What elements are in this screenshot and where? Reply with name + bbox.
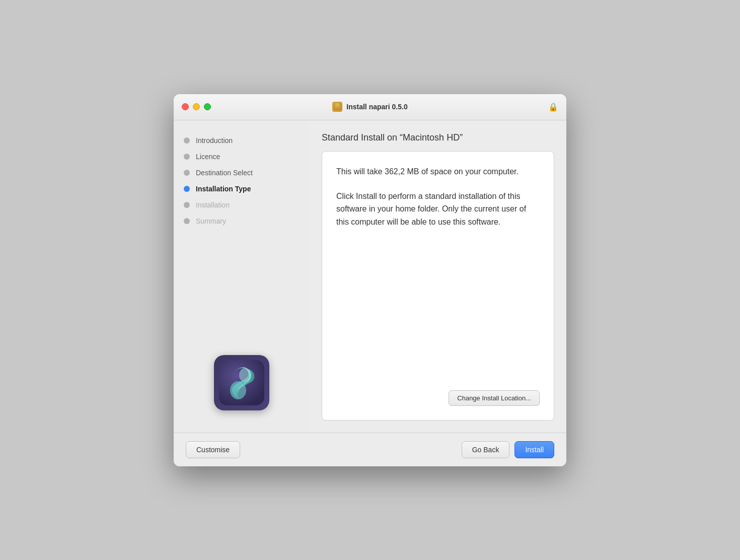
content-box: This will take 362,2 MB of space on your… [322, 151, 554, 421]
change-install-location-button[interactable]: Change Install Location... [449, 390, 540, 406]
nav-label-introduction: Introduction [196, 136, 233, 145]
svg-rect-2 [336, 103, 339, 106]
app-icon-small [332, 102, 342, 112]
install-size-text: This will take 362,2 MB of space on your… [336, 166, 540, 178]
sidebar-item-introduction[interactable]: Introduction [184, 136, 300, 145]
nav-dot-installation [184, 202, 190, 208]
sidebar-item-installation[interactable]: Installation [184, 201, 300, 209]
installer-window: Install napari 0.5.0 🔒 Introduction Lice… [174, 94, 566, 466]
window-title: Install napari 0.5.0 [332, 102, 407, 112]
nav-label-installation-type: Installation Type [196, 185, 251, 193]
go-back-button[interactable]: Go Back [462, 441, 510, 458]
nav-dot-destination-select [184, 170, 190, 176]
main-panel: Standard Install on “Macintosh HD” This … [310, 120, 566, 433]
nav-dot-licence [184, 154, 190, 160]
nav-items: Introduction Licence Destination Select … [184, 136, 300, 225]
nav-dot-summary [184, 218, 190, 224]
svg-point-4 [230, 381, 246, 399]
sidebar-item-installation-type[interactable]: Installation Type [184, 185, 300, 193]
nav-dot-installation-type [184, 186, 190, 192]
panel-title: Standard Install on “Macintosh HD” [322, 132, 554, 143]
minimize-button[interactable] [193, 103, 200, 110]
close-button[interactable] [182, 103, 189, 110]
content-area: Introduction Licence Destination Select … [174, 120, 566, 433]
window-controls [182, 103, 211, 110]
sidebar-item-summary[interactable]: Summary [184, 217, 300, 225]
lock-icon: 🔒 [548, 102, 558, 112]
right-buttons: Go Back Install [462, 441, 554, 458]
svg-point-5 [239, 368, 251, 382]
bottom-bar: Customise Go Back Install [174, 433, 566, 466]
install-button[interactable]: Install [514, 441, 554, 458]
fullscreen-button[interactable] [204, 103, 211, 110]
nav-label-summary: Summary [196, 217, 226, 225]
nav-label-licence: Licence [196, 153, 220, 161]
sidebar-item-destination-select[interactable]: Destination Select [184, 169, 300, 177]
nav-dot-introduction [184, 137, 190, 144]
nav-label-destination-select: Destination Select [196, 169, 253, 177]
nav-label-installation: Installation [196, 201, 230, 209]
app-icon [214, 355, 269, 410]
app-icon-container [184, 355, 300, 410]
titlebar: Install napari 0.5.0 🔒 [174, 94, 566, 120]
sidebar: Introduction Licence Destination Select … [174, 120, 310, 433]
customise-button[interactable]: Customise [186, 441, 240, 458]
install-info: This will take 362,2 MB of space on your… [336, 166, 540, 382]
sidebar-item-licence[interactable]: Licence [184, 153, 300, 161]
install-description: Click Install to perform a standard inst… [336, 190, 540, 229]
